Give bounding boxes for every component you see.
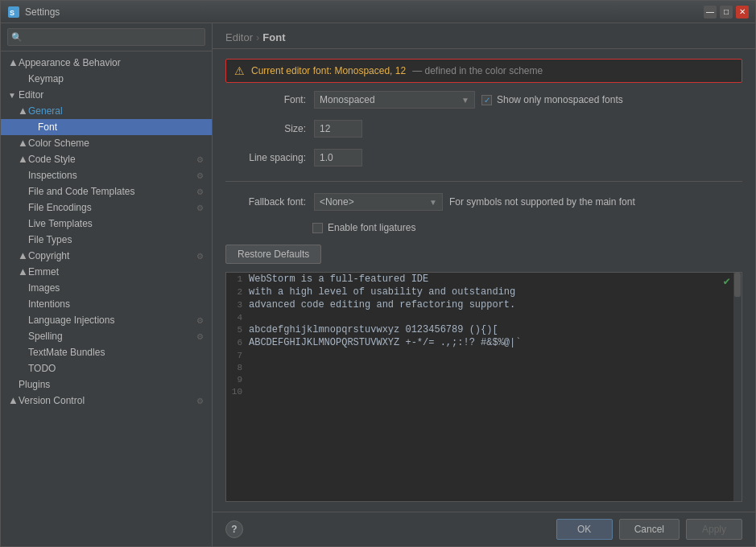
dropdown-arrow-icon: ▼ [461, 96, 469, 105]
dropdown-arrow-icon: ▼ [429, 198, 437, 207]
monospaced-checkbox-row: Show only monospaced fonts [481, 94, 623, 105]
sidebar-item-appearance[interactable]: ▶ Appearance & Behavior [1, 55, 212, 71]
sidebar-label: Live Templates [28, 218, 205, 229]
ligatures-checkbox-row: Enable font ligatures [312, 222, 415, 233]
line-content: WebStorm is a full-featured IDE [249, 274, 428, 285]
sidebar-item-intentions[interactable]: ▶ Intentions [1, 296, 212, 312]
preview-line-2: 2 with a high level of usability and out… [226, 286, 742, 298]
sidebar-item-code-style[interactable]: ▶ Code Style ⚙ [1, 151, 212, 167]
warning-text-highlight: Current editor font: Monospaced, 12 [251, 65, 406, 76]
sidebar-item-general[interactable]: ▶ General [1, 103, 212, 119]
warning-icon: ⚠ [234, 64, 245, 77]
collapse-arrow: ▶ [17, 138, 27, 148]
restore-defaults-button[interactable]: Restore Defaults [225, 245, 321, 264]
preview-area: 1 WebStorm is a full-featured IDE 2 with… [225, 272, 742, 502]
apply-button[interactable]: Apply [686, 519, 742, 540]
sidebar-label: Spelling [28, 331, 194, 342]
fallback-font-wrap: <None> ▼ For symbols not supported by th… [314, 193, 635, 211]
settings-icon: ⚙ [194, 250, 205, 261]
line-number: 1 [226, 274, 249, 284]
sidebar-item-copyright[interactable]: ▶ Copyright ⚙ [1, 248, 212, 264]
sidebar-item-file-encodings[interactable]: ▶ File Encodings ⚙ [1, 199, 212, 216]
sidebar-label: Appearance & Behavior [19, 57, 205, 68]
font-dropdown-text: Monospaced [320, 94, 458, 105]
line-number: 10 [226, 386, 249, 397]
sidebar-item-images[interactable]: ▶ Images [1, 280, 212, 296]
help-button[interactable]: ? [225, 520, 243, 538]
fallback-font-value: <None> [320, 196, 426, 208]
scrollbar-thumb [734, 273, 741, 297]
sidebar-item-language-injections[interactable]: ▶ Language Injections ⚙ [1, 312, 212, 328]
line-number: 6 [226, 337, 249, 348]
search-input[interactable] [7, 28, 205, 46]
expand-arrow: ▼ [7, 90, 17, 100]
close-button[interactable]: ✕ [736, 6, 749, 19]
ligatures-row: Enable font ligatures [312, 222, 742, 233]
font-dropdown[interactable]: Monospaced ▼ [314, 91, 475, 109]
settings-icon: ⚙ [194, 395, 205, 406]
sidebar-label: File and Code Templates [28, 186, 194, 197]
line-number: 3 [226, 299, 249, 310]
preview-line-10: 10 [226, 385, 742, 397]
collapse-arrow: ▶ [17, 267, 27, 277]
breadcrumb-parent: Editor [225, 31, 253, 43]
line-spacing-input[interactable] [314, 149, 362, 167]
line-number: 5 [226, 324, 249, 335]
size-input[interactable] [314, 120, 362, 138]
sidebar-item-todo[interactable]: ▶ TODO [1, 360, 212, 376]
bottom-bar: ? OK Cancel Apply [213, 512, 755, 546]
preview-line-6: 6 ABCDEFGHIJKLMNOPQRSTUVWXYZ +-*/= .,;:!… [226, 336, 742, 349]
sidebar-item-font[interactable]: ▶ Font [1, 119, 212, 135]
preview-line-5: 5 abcdefghijklmnopqrstuvwxyz 0123456789 … [226, 323, 742, 336]
cancel-button[interactable]: Cancel [619, 519, 680, 540]
sidebar-item-version-control[interactable]: ▶ Version Control ⚙ [1, 393, 212, 409]
ok-button[interactable]: OK [556, 519, 613, 540]
font-label: Font: [225, 94, 306, 105]
breadcrumb-current: Font [262, 31, 285, 43]
sidebar-item-live-templates[interactable]: ▶ Live Templates [1, 216, 212, 232]
line-content: with a high level of usability and outst… [249, 286, 515, 298]
settings-icon: ⚙ [194, 186, 205, 197]
main-panel: Editor › Font ⚠ Current editor font: Mon… [213, 23, 755, 546]
size-row: Size: [225, 120, 742, 138]
sidebar-label: Language Injections [28, 315, 194, 326]
line-number: 4 [226, 312, 249, 323]
monospaced-label: Show only monospaced fonts [497, 94, 623, 105]
divider [225, 181, 742, 182]
preview-lines: 1 WebStorm is a full-featured IDE 2 with… [226, 273, 742, 501]
dialog-buttons: OK Cancel Apply [556, 519, 742, 540]
sidebar-item-plugins[interactable]: ▶ Plugins [1, 376, 212, 393]
settings-tree: ▶ Appearance & Behavior ▶ Keymap ▼ Edito… [1, 51, 212, 546]
maximize-button[interactable]: □ [720, 6, 733, 19]
settings-icon: ⚙ [194, 170, 205, 181]
settings-icon: ⚙ [194, 331, 205, 342]
sidebar-item-keymap[interactable]: ▶ Keymap [1, 71, 212, 87]
sidebar-item-file-code-templates[interactable]: ▶ File and Code Templates ⚙ [1, 183, 212, 199]
svg-text:S: S [10, 9, 14, 17]
fallback-font-hint: For symbols not supported by the main fo… [449, 196, 635, 208]
preview-line-7: 7 [226, 349, 742, 361]
collapse-arrow: ▶ [7, 396, 17, 405]
sidebar-item-file-types[interactable]: ▶ File Types [1, 232, 212, 248]
sidebar-item-color-scheme[interactable]: ▶ Color Scheme [1, 135, 212, 151]
settings-icon: ⚙ [194, 154, 205, 165]
sidebar-item-spelling[interactable]: ▶ Spelling ⚙ [1, 328, 212, 344]
line-content: abcdefghijklmnopqrstuvwxyz 0123456789 ()… [249, 324, 498, 335]
preview-line-1: 1 WebStorm is a full-featured IDE [226, 273, 742, 286]
sidebar-label: Images [28, 282, 205, 294]
ligatures-checkbox[interactable] [312, 223, 323, 233]
minimize-button[interactable]: — [704, 6, 717, 19]
sidebar-item-inspections[interactable]: ▶ Inspections ⚙ [1, 167, 212, 183]
preview-scrollbar[interactable] [733, 273, 742, 501]
preview-line-3: 3 advanced code editing and refactoring … [226, 298, 742, 311]
fallback-font-dropdown[interactable]: <None> ▼ [314, 193, 443, 211]
sidebar-item-editor[interactable]: ▼ Editor [1, 87, 212, 103]
sidebar-label: Copyright [28, 250, 194, 261]
sidebar-item-emmet[interactable]: ▶ Emmet [1, 264, 212, 280]
line-number: 2 [226, 286, 249, 297]
title-bar-buttons: — □ ✕ [704, 6, 749, 19]
sidebar-item-textmate[interactable]: ▶ TextMate Bundles [1, 344, 212, 360]
monospaced-checkbox[interactable] [481, 95, 492, 105]
sidebar-label: Color Scheme [28, 138, 205, 149]
line-number: 9 [226, 374, 249, 385]
